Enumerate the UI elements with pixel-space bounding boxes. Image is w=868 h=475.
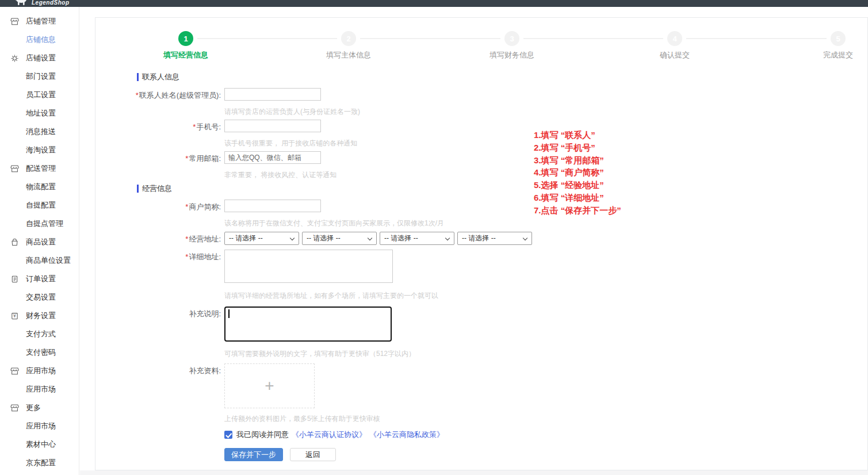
sidebar-item-payment-method[interactable]: 支付方式 [0, 325, 79, 343]
phone-input[interactable] [224, 120, 321, 132]
plus-icon: + [265, 378, 274, 394]
annotation-line: 3.填写 “常用邮箱” [534, 154, 621, 167]
sidebar-item-label: 店铺信息 [26, 35, 56, 45]
email-hint: 非常重要， 将接收风控、认证等通知 [224, 170, 337, 180]
district-select[interactable]: -- 请选择 -- [380, 232, 454, 245]
annotation-line: 7.点击 “保存并下一步” [534, 204, 621, 217]
sidebar-item-label: 员工设置 [26, 90, 56, 100]
sidebar-item-label: 消息推送 [26, 127, 56, 137]
tutorial-annotations: 1.填写 “联系人” 2.填写 “手机号” 3.填写 “常用邮箱” 4.填写 “… [534, 129, 621, 217]
sheep-logo-icon [14, 0, 29, 7]
sidebar-item-address-settings[interactable]: 地址设置 [0, 104, 79, 122]
form-actions: 保存并下一步 返回 [224, 448, 336, 461]
merchant-short-name-label: *商户简称: [95, 200, 221, 212]
sidebar-item-finance-settings[interactable]: ¥ 财务设置 [0, 307, 79, 325]
sidebar-item-haitao-settings[interactable]: 海淘设置 [0, 141, 79, 159]
sidebar-item-label: 物流配置 [26, 182, 56, 192]
annotation-line: 4.填写 “商户简称” [534, 166, 621, 179]
street-select[interactable]: -- 请选择 -- [457, 232, 532, 245]
required-asterisk: * [185, 154, 188, 163]
sidebar-item-label: 素材中心 [26, 439, 56, 450]
gear-icon [10, 53, 19, 63]
agreement-checkbox[interactable] [224, 431, 232, 439]
back-button[interactable]: 返回 [290, 448, 336, 461]
extra-note-row: 补充说明: [95, 307, 392, 342]
sidebar-item-label: 应用市场 [26, 384, 56, 394]
merchant-short-name-input[interactable] [224, 200, 321, 212]
storefront-icon [10, 366, 19, 376]
save-next-button[interactable]: 保存并下一步 [224, 448, 283, 461]
sidebar-item-jd-config[interactable]: 京东配置 [0, 454, 79, 472]
sidebar-item-staff-settings[interactable]: 员工设置 [0, 86, 79, 104]
sidebar-item-product-unit-settings[interactable]: 商品单位设置 [0, 251, 79, 270]
sidebar-item-label: 应用市场 [26, 366, 56, 376]
sidebar-item-app-market-sub[interactable]: 应用市场 [0, 380, 79, 399]
section-business-info: 经营信息 [137, 185, 172, 193]
sidebar-item-store-settings[interactable]: 店铺设置 [0, 49, 79, 67]
step-2-circle: 2 [341, 31, 356, 46]
upload-image-button[interactable]: + [224, 363, 315, 408]
merchant-short-name-hint: 该名称将用于在微信支付、支付宝支付页面向买家展示，仅限修改1次/月 [224, 219, 444, 228]
storefront-icon [10, 164, 19, 173]
sidebar-item-material-center[interactable]: 素材中心 [0, 435, 79, 454]
sidebar-item-label: 配送管理 [26, 163, 56, 174]
step-connector [360, 38, 500, 39]
city-select[interactable]: -- 请选择 -- [302, 232, 377, 245]
sidebar-item-product-settings[interactable]: 商品设置 [0, 233, 79, 251]
svg-text:¥: ¥ [13, 313, 16, 319]
sidebar-item-label: 部门设置 [26, 71, 56, 82]
app-header: LegendShop [0, 0, 868, 7]
required-asterisk: * [136, 91, 139, 99]
required-asterisk: * [185, 252, 188, 261]
step-1-label: 填写经营信息 [163, 50, 208, 60]
step-connector [686, 38, 827, 39]
contact-name-row: *联系人姓名(超级管理员): [95, 88, 321, 101]
storefront-icon [10, 403, 19, 412]
sidebar-item-store-info[interactable]: 店铺信息 [0, 30, 79, 49]
sidebar: 店铺管理 店铺信息 店铺设置 部门设置 员工设置 地址设置 消息推送 海淘设置 … [0, 7, 79, 475]
annotation-line: 2.填写 “手机号” [534, 141, 621, 154]
sidebar-item-payment-password[interactable]: 支付密码 [0, 343, 79, 362]
extra-note-textarea[interactable] [224, 307, 392, 342]
agreement-row: 我已阅读并同意 《小羊云商认证协议》 《小羊云商隐私政策》 [224, 430, 444, 440]
sidebar-item-pickup-point-management[interactable]: 自提点管理 [0, 214, 79, 233]
sidebar-item-label: 店铺管理 [26, 16, 56, 26]
finance-yuan-icon: ¥ [10, 311, 19, 320]
sidebar-item-app-market-more[interactable]: 应用市场 [0, 417, 79, 435]
contact-name-hint: 请填写贵店的运营负责人(与身份证姓名一致) [224, 107, 360, 117]
sidebar-item-logistics-config[interactable]: 物流配置 [0, 178, 79, 196]
required-asterisk: * [185, 235, 188, 243]
privacy-policy-link[interactable]: 《小羊云商隐私政策》 [369, 430, 444, 440]
order-document-icon [10, 274, 19, 284]
province-select[interactable]: -- 请选择 -- [224, 232, 299, 245]
sidebar-item-label: 更多 [26, 403, 41, 413]
storefront-icon [10, 17, 19, 26]
annotation-line: 1.填写 “联系人” [534, 129, 621, 141]
sidebar-item-department-settings[interactable]: 部门设置 [0, 67, 79, 86]
certification-agreement-link[interactable]: 《小羊云商认证协议》 [292, 430, 366, 440]
step-4-label: 确认提交 [660, 50, 690, 60]
brand-name: LegendShop [32, 0, 70, 6]
sidebar-item-label: 地址设置 [26, 108, 56, 118]
sidebar-item-order-settings[interactable]: 订单设置 [0, 270, 79, 288]
business-address-label: *经营地址: [95, 232, 221, 244]
step-5-label: 完成提交 [823, 50, 853, 60]
sidebar-item-delivery-management[interactable]: 配送管理 [0, 159, 79, 178]
sidebar-item-label: 自提点管理 [26, 219, 63, 229]
sidebar-item-label: 订单设置 [26, 274, 56, 284]
contact-name-input[interactable] [224, 88, 321, 101]
email-input[interactable] [224, 151, 321, 164]
step-connector [523, 38, 663, 39]
sidebar-item-app-market[interactable]: 应用市场 [0, 362, 79, 380]
sidebar-item-store-management[interactable]: 店铺管理 [0, 12, 79, 30]
sidebar-item-label: 京东配置 [26, 458, 56, 468]
step-connector [197, 38, 337, 39]
sidebar-item-self-pickup-config[interactable]: 自提配置 [0, 196, 79, 214]
sidebar-item-message-push[interactable]: 消息推送 [0, 122, 79, 141]
sidebar-item-more[interactable]: 更多 [0, 399, 79, 417]
chevron-down-icon [523, 236, 527, 240]
email-label: *常用邮箱: [95, 151, 221, 164]
detail-address-textarea[interactable] [224, 250, 393, 283]
detail-address-hint: 请填写详细的经营场所地址，如有多个场所，请填写主要的一个就可以 [224, 291, 438, 301]
sidebar-item-trade-settings[interactable]: 交易设置 [0, 288, 79, 307]
